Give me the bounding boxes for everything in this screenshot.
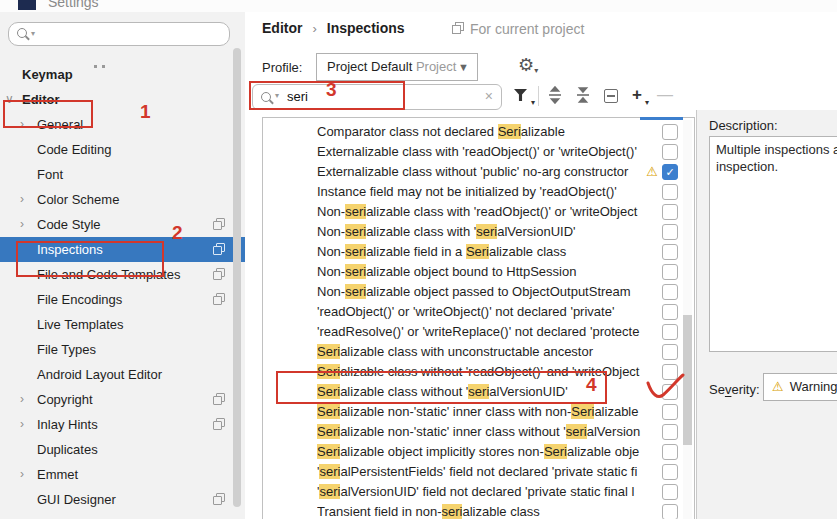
- inspection-checkbox[interactable]: [662, 504, 678, 519]
- inspection-checkbox[interactable]: [662, 144, 678, 160]
- label-text: Non-: [317, 244, 345, 259]
- sidebar-item-label: File Encodings: [37, 287, 122, 312]
- search-match-highlight: seri: [319, 464, 340, 479]
- inspection-label: 'serialVersionUID' field not declared 'p…: [317, 482, 655, 502]
- inspection-row[interactable]: 'readResolve()' or 'writeReplace()' not …: [263, 322, 694, 342]
- inspection-checkbox[interactable]: [662, 364, 678, 380]
- inspection-row[interactable]: Serializable object implicitly stores no…: [263, 442, 694, 462]
- chevron-icon[interactable]: ›: [20, 212, 24, 237]
- sidebar-item-code-editing[interactable]: Code Editing: [0, 137, 245, 162]
- chevron-icon[interactable]: ›: [20, 187, 24, 212]
- filter-icon[interactable]: ▾: [512, 86, 534, 106]
- inspection-checkbox[interactable]: [662, 224, 678, 240]
- sidebar-item-emmet[interactable]: ›Emmet: [0, 462, 245, 487]
- chevron-icon[interactable]: ∨: [5, 87, 14, 112]
- close-icon[interactable]: ×: [485, 88, 493, 104]
- profile-dropdown[interactable]: Project Default Project ▼: [316, 53, 478, 81]
- inspection-checkbox[interactable]: [662, 384, 678, 400]
- inspection-checkbox[interactable]: [662, 284, 678, 300]
- description-line: Multiple inspections a: [716, 141, 837, 158]
- inspection-checkbox[interactable]: [662, 424, 678, 440]
- inspection-row[interactable]: Comparator class not declared Serializab…: [263, 122, 694, 142]
- inspection-checkbox[interactable]: [662, 184, 678, 200]
- inspection-checkbox[interactable]: [662, 264, 678, 280]
- list-scrollbar-thumb[interactable]: [683, 315, 692, 445]
- inspection-checkbox[interactable]: [662, 304, 678, 320]
- inspection-row[interactable]: Externalizable class without 'public' no…: [263, 162, 694, 182]
- settings-search-input[interactable]: ▾: [8, 22, 230, 46]
- inspection-checkbox[interactable]: [662, 344, 678, 360]
- inspection-row[interactable]: Non-serializable class with 'readObject(…: [263, 202, 694, 222]
- inspection-checkbox[interactable]: [662, 244, 678, 260]
- sidebar-item-label: Color Scheme: [37, 187, 119, 212]
- sidebar-item-inspections[interactable]: Inspections: [0, 237, 245, 262]
- add-icon[interactable]: +▾: [626, 86, 648, 106]
- inspection-row[interactable]: Serializable class with unconstructable …: [263, 342, 694, 362]
- sidebar-item-font[interactable]: Font: [0, 162, 245, 187]
- inspection-row[interactable]: Non-serializable class with 'serialVersi…: [263, 222, 694, 242]
- search-match-highlight: seri: [476, 224, 497, 239]
- inspection-row[interactable]: 'serialVersionUID' field not declared 'p…: [263, 482, 694, 502]
- inspection-checkbox[interactable]: [662, 124, 678, 140]
- box-minus-icon[interactable]: [600, 86, 622, 106]
- inspection-row[interactable]: Non-serializable object bound to HttpSes…: [263, 262, 694, 282]
- inspection-row[interactable]: 'readObject()' or 'writeObject()' not de…: [263, 302, 694, 322]
- sidebar-item-live-templates[interactable]: Live Templates: [0, 312, 245, 337]
- sidebar-item-file-encodings[interactable]: File Encodings: [0, 287, 245, 312]
- chevron-icon[interactable]: ›: [20, 387, 24, 412]
- search-match-highlight: seri: [319, 484, 340, 499]
- label-text: alizable class with ': [366, 224, 476, 239]
- inspection-checkbox[interactable]: [662, 324, 678, 340]
- inspection-row[interactable]: Serializable class without 'serialVersio…: [263, 382, 694, 402]
- profile-value: Project Default: [327, 59, 412, 74]
- inspection-checkbox[interactable]: [662, 464, 678, 480]
- search-match-highlight: Seri: [317, 364, 340, 379]
- inspection-checkbox[interactable]: ✓: [662, 164, 678, 180]
- search-match-highlight: seri: [345, 224, 366, 239]
- chevron-icon[interactable]: ›: [20, 112, 24, 137]
- inspection-row[interactable]: Transient field in non-serializable clas…: [263, 502, 694, 519]
- inspection-checkbox[interactable]: [662, 444, 678, 460]
- chevron-icon[interactable]: ›: [20, 412, 24, 437]
- title-bar: Settings: [0, 0, 837, 12]
- sidebar-scrollbar[interactable]: [233, 48, 241, 507]
- breadcrumb-parent[interactable]: Editor: [262, 20, 302, 36]
- inspections-search-input[interactable]: ▾ seri ×: [252, 84, 502, 110]
- inspection-row[interactable]: Non-serializable field in a Serializable…: [263, 242, 694, 262]
- severity-dropdown[interactable]: ⚠Warning: [763, 373, 837, 401]
- inspection-row[interactable]: Instance field may not be initialized by…: [263, 182, 694, 202]
- inspection-row[interactable]: Non-serializable object passed to Object…: [263, 282, 694, 302]
- copy-icon: [213, 393, 225, 405]
- expand-all-icon[interactable]: [544, 86, 566, 106]
- search-icon: [17, 28, 27, 38]
- sidebar-item-color-scheme[interactable]: ›Color Scheme: [0, 187, 245, 212]
- search-match-highlight: seri: [566, 424, 587, 439]
- label-text: Non-: [317, 224, 345, 239]
- partial-item-dots: [94, 56, 114, 60]
- sidebar-item-keymap[interactable]: Keymap: [0, 62, 245, 87]
- sidebar-item-gui-designer[interactable]: GUI Designer: [0, 487, 245, 512]
- sidebar-item-file-types[interactable]: File Types: [0, 337, 245, 362]
- inspection-row[interactable]: Serializable class without 'readObject()…: [263, 362, 694, 382]
- sidebar-item-copyright[interactable]: ›Copyright: [0, 387, 245, 412]
- inspection-checkbox[interactable]: [662, 204, 678, 220]
- sidebar-item-code-style[interactable]: ›Code Style: [0, 212, 245, 237]
- inspection-row[interactable]: Externalizable class with 'readObject()'…: [263, 142, 694, 162]
- description-box: Multiple inspections a inspection.: [709, 136, 837, 352]
- sidebar-item-editor[interactable]: ∨Editor: [0, 87, 245, 112]
- inspection-row[interactable]: Serializable non-'static' inner class wi…: [263, 422, 694, 442]
- label-text: alizable obje: [567, 444, 639, 459]
- sidebar-item-inlay-hints[interactable]: ›Inlay Hints: [0, 412, 245, 437]
- inspection-checkbox[interactable]: [662, 404, 678, 420]
- sidebar-item-general[interactable]: ›General: [0, 112, 245, 137]
- inspection-checkbox[interactable]: [662, 484, 678, 500]
- inspection-row[interactable]: 'serialPersistentFields' field not decla…: [263, 462, 694, 482]
- chevron-icon[interactable]: ›: [20, 462, 24, 487]
- gear-icon[interactable]: ⚙▾: [518, 54, 538, 76]
- sidebar-item-android-layout-editor[interactable]: Android Layout Editor: [0, 362, 245, 387]
- sidebar-item-file-and-code-templates[interactable]: File and Code Templates: [0, 262, 245, 287]
- inspection-row[interactable]: Serializable non-'static' inner class wi…: [263, 402, 694, 422]
- inspection-label: 'readObject()' or 'writeObject()' not de…: [317, 302, 655, 322]
- collapse-all-icon[interactable]: [572, 86, 594, 106]
- sidebar-item-duplicates[interactable]: Duplicates: [0, 437, 245, 462]
